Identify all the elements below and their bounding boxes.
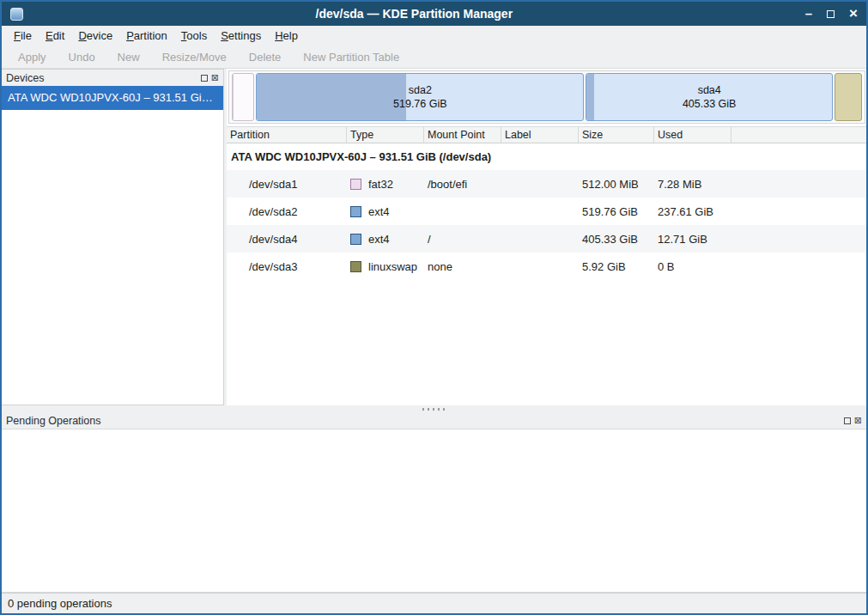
table-header: PartitionTypeMount PointLabelSizeUsed	[227, 126, 866, 143]
column-header-size[interactable]: Size	[579, 127, 654, 143]
devices-close-button[interactable]: ⊠	[211, 73, 219, 82]
pending-panel-header: Pending Operations ⊠	[2, 412, 866, 429]
menu-item-partition[interactable]: Partition	[119, 27, 174, 44]
partition-size: 405.33 GiB	[579, 225, 654, 253]
devices-float-button[interactable]	[201, 75, 208, 82]
partition-bar-frame: sda2519.76 GiBsda4405.33 GiB	[228, 70, 865, 124]
partition-bar: sda2519.76 GiBsda4405.33 GiB	[231, 73, 863, 121]
mount-point: none	[424, 253, 501, 280]
app-window: /dev/sda — KDE Partition Manager – × Fil…	[0, 0, 868, 615]
fs-type-label: ext4	[368, 233, 390, 246]
status-text: 0 pending operations	[8, 597, 112, 610]
partition-segment-sda1[interactable]	[232, 73, 254, 121]
toolbar-button-apply[interactable]: Apply	[9, 49, 56, 65]
partition-name: /dev/sda2	[227, 198, 347, 225]
table-row-dev-sda2[interactable]: /dev/sda2ext4519.76 GiB237.61 GiB	[227, 198, 866, 225]
fs-color-swatch	[350, 261, 361, 272]
maximize-icon	[827, 10, 835, 18]
column-header-used[interactable]: Used	[654, 127, 731, 143]
partition-used: 0 B	[654, 253, 731, 280]
device-item-sda[interactable]: ATA WDC WD10JPVX-60J – 931.51 GiB …	[2, 86, 223, 110]
partition-used: 12.71 GiB	[654, 225, 731, 253]
devices-panel: Devices ⊠ ATA WDC WD10JPVX-60J – 931.51 …	[2, 69, 224, 405]
segment-label: sda4405.33 GiB	[586, 74, 832, 120]
partition-label	[501, 198, 579, 225]
partition-type: fat32	[347, 170, 424, 198]
close-button[interactable]: ×	[849, 7, 858, 21]
table-row-dev-sda4[interactable]: /dev/sda4ext4/405.33 GiB12.71 GiB	[227, 225, 866, 253]
mount-point	[424, 198, 501, 225]
titlebar: /dev/sda — KDE Partition Manager – ×	[2, 2, 866, 26]
table-row-dev-sda3[interactable]: /dev/sda3linuxswapnone5.92 GiB0 B	[227, 253, 866, 280]
app-icon	[10, 8, 23, 21]
partition-type: ext4	[347, 198, 424, 225]
partition-type: linuxswap	[347, 253, 424, 280]
partition-name: /dev/sda3	[227, 253, 347, 280]
toolbar-button-undo[interactable]: Undo	[59, 49, 105, 65]
menu-item-tools[interactable]: Tools	[174, 27, 214, 44]
main-view: sda2519.76 GiBsda4405.33 GiB PartitionTy…	[227, 69, 866, 405]
fs-type-label: ext4	[368, 205, 390, 218]
column-header-type[interactable]: Type	[347, 127, 424, 143]
partition-segment-sda2[interactable]: sda2519.76 GiB	[256, 73, 584, 121]
fs-color-swatch	[350, 234, 361, 245]
partition-type: ext4	[347, 225, 424, 253]
content-area: Devices ⊠ ATA WDC WD10JPVX-60J – 931.51 …	[2, 69, 866, 405]
pending-operations-list	[2, 429, 866, 593]
segment-name: sda2	[409, 83, 432, 97]
partition-size: 5.92 GiB	[579, 253, 654, 280]
column-header-mount-point[interactable]: Mount Point	[424, 127, 501, 143]
splitter-handle-icon	[422, 408, 446, 411]
device-group-header[interactable]: ATA WDC WD10JPVX-60J – 931.51 GiB (/dev/…	[227, 143, 866, 170]
float-panel-icon	[844, 417, 851, 424]
partition-used: 7.28 MiB	[654, 170, 731, 198]
pending-panel-title: Pending Operations	[6, 415, 841, 427]
partition-used: 237.61 GiB	[654, 198, 731, 225]
partition-segment-sda3[interactable]	[835, 73, 862, 121]
mount-point: /boot/efi	[424, 170, 501, 198]
device-list: ATA WDC WD10JPVX-60J – 931.51 GiB …	[2, 86, 223, 405]
maximize-button[interactable]	[827, 7, 835, 21]
partition-label	[501, 253, 579, 280]
partition-size: 519.76 GiB	[579, 198, 654, 225]
menu-item-help[interactable]: Help	[268, 27, 305, 44]
float-panel-icon	[201, 75, 208, 82]
column-header-spacer	[731, 127, 866, 143]
menu-item-edit[interactable]: Edit	[39, 27, 71, 44]
devices-panel-title: Devices	[6, 72, 197, 84]
menu-item-file[interactable]: File	[7, 27, 39, 44]
partition-name: /dev/sda1	[227, 170, 347, 198]
partition-table-body: /dev/sda1fat32/boot/efi512.00 MiB7.28 Mi…	[227, 170, 866, 280]
partition-segment-sda4[interactable]: sda4405.33 GiB	[586, 73, 833, 121]
pending-close-button[interactable]: ⊠	[854, 416, 862, 425]
status-bar: 0 pending operations	[2, 593, 866, 613]
column-header-partition[interactable]: Partition	[227, 127, 347, 143]
toolbar: ApplyUndoNewResize/MoveDeleteNew Partiti…	[2, 46, 866, 69]
menu-item-device[interactable]: Device	[71, 27, 119, 44]
partition-label	[501, 170, 579, 198]
horizontal-splitter[interactable]	[2, 405, 866, 412]
table-row-dev-sda1[interactable]: /dev/sda1fat32/boot/efi512.00 MiB7.28 Mi…	[227, 170, 866, 198]
partition-size: 512.00 MiB	[579, 170, 654, 198]
partition-label	[501, 225, 579, 253]
minimize-button[interactable]: –	[805, 7, 812, 21]
window-controls: – ×	[805, 7, 858, 21]
pending-operations-panel: Pending Operations ⊠	[2, 412, 866, 593]
fs-color-swatch	[350, 179, 361, 190]
pending-float-button[interactable]	[844, 417, 851, 424]
window-title: /dev/sda — KDE Partition Manager	[23, 7, 805, 21]
partition-name: /dev/sda4	[227, 225, 347, 253]
mount-point: /	[424, 225, 501, 253]
toolbar-button-new-partition-table[interactable]: New Partition Table	[294, 49, 409, 65]
segment-size: 519.76 GiB	[393, 97, 447, 111]
column-header-label[interactable]: Label	[501, 127, 579, 143]
toolbar-button-resize-move[interactable]: Resize/Move	[153, 49, 236, 65]
menu-item-settings[interactable]: Settings	[214, 27, 268, 44]
partition-table: PartitionTypeMount PointLabelSizeUsed AT…	[227, 126, 866, 405]
toolbar-button-delete[interactable]: Delete	[240, 49, 291, 65]
fs-type-label: linuxswap	[368, 260, 417, 273]
fs-color-swatch	[350, 206, 361, 217]
table-empty-area	[227, 280, 866, 405]
segment-label: sda2519.76 GiB	[257, 74, 583, 120]
toolbar-button-new[interactable]: New	[108, 49, 149, 65]
